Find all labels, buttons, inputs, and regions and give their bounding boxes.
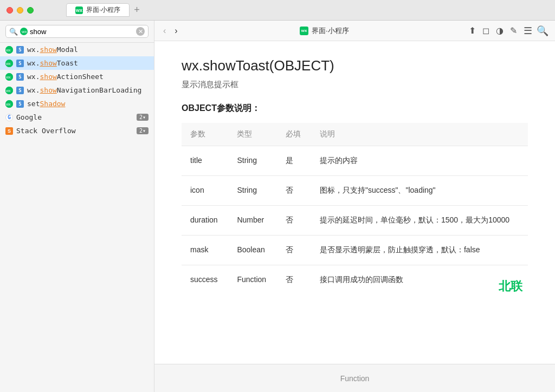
search-bar: 🔍 wx ✕ (0, 21, 154, 43)
col-header-param: 参数 (182, 123, 228, 146)
sidebar-item-label: Google (16, 113, 133, 121)
nav-title: wx 界面·小程序 (184, 26, 464, 36)
svg-text:wx: wx (21, 29, 27, 34)
wx-badge: wx (5, 46, 13, 54)
tab-label: 界面·小程序 (86, 5, 120, 15)
table-row: icon String 否 图标，只支持"success"、"loading" (182, 176, 528, 206)
cell-param: icon (182, 176, 228, 206)
cell-desc: 提示的内容 (311, 146, 528, 176)
sidebar-item-label: wx.showToast (27, 59, 149, 67)
cell-param: duration (182, 206, 228, 236)
s-badge: S (16, 60, 24, 67)
sidebar-item-stackoverflow[interactable]: S Stack Overflow 2▾ (0, 124, 154, 138)
nav-title-text: 界面·小程序 (312, 26, 349, 36)
cell-required: 否 (277, 236, 311, 265)
sidebar-item-showActionSheet[interactable]: wx S wx.showActionSheet (0, 70, 154, 83)
nav-app-icon: wx (300, 27, 308, 35)
cell-desc: 提示的延迟时间，单位毫秒，默认：1500，最大为10000 (311, 206, 528, 236)
wx-badge: wx (5, 60, 13, 67)
bookmark-icon[interactable]: ◻ (482, 25, 489, 36)
nav-bar: ‹ › wx 界面·小程序 ⬆ ◻ ◑ ✎ ☰ 🔍 (154, 21, 555, 41)
s-badge: S (16, 87, 24, 94)
hamburger-menu[interactable]: ☰ (524, 25, 532, 37)
watermark: 北联 (499, 278, 522, 295)
s-badge: S (16, 46, 24, 54)
sidebar-item-label: wx.showModal (27, 45, 149, 54)
search-icon: 🔍 (9, 28, 18, 36)
sidebar-item-label: setShadow (27, 100, 149, 108)
clear-search-button[interactable]: ✕ (136, 27, 145, 36)
col-header-desc: 说明 (311, 123, 528, 146)
function-bar: Function (154, 364, 555, 392)
cell-desc: 接口调用成功的回调函数 北联 (311, 265, 528, 295)
col-header-type: 类型 (228, 123, 277, 146)
cell-param: mask (182, 236, 228, 265)
google-badge: G (5, 114, 13, 121)
cell-type: String (228, 146, 277, 176)
cell-required: 否 (277, 265, 311, 295)
sidebar-item-google[interactable]: G Google 2▾ (0, 110, 154, 124)
table-row: success Function 否 接口调用成功的回调函数 北联 (182, 265, 528, 295)
cell-desc: 图标，只支持"success"、"loading" (311, 176, 528, 206)
display-icon[interactable]: ◑ (496, 25, 504, 36)
cell-type: Boolean (228, 236, 277, 265)
cell-required: 否 (277, 176, 311, 206)
title-bar: wx 界面·小程序 + (0, 0, 555, 21)
cell-param: title (182, 146, 228, 176)
cell-desc: 是否显示透明蒙层，防止触摸穿透，默认：false (311, 236, 528, 265)
col-header-required: 必填 (277, 123, 311, 146)
article-title: wx.showToast(OBJECT) (182, 57, 528, 74)
new-tab-button[interactable]: + (132, 4, 142, 16)
sidebar-list: wx S wx.showModal wx S wx.showToast wx S… (0, 43, 154, 138)
sidebar-item-label: Stack Overflow (16, 127, 133, 135)
cell-type: String (228, 176, 277, 206)
share-icon[interactable]: ⬆ (469, 25, 476, 36)
nav-actions: ⬆ ◻ ◑ ✎ (469, 25, 517, 36)
svg-text:wx: wx (5, 102, 11, 106)
section-title: OBJECT参数说明： (182, 103, 528, 114)
stackoverflow-badge: S (5, 127, 13, 135)
s-badge: S (16, 100, 24, 108)
cell-required: 是 (277, 146, 311, 176)
function-label: Function (340, 374, 370, 383)
close-button[interactable] (7, 7, 13, 14)
svg-text:wx: wx (5, 75, 11, 79)
sidebar-item-label: wx.showActionSheet (27, 73, 149, 81)
table-row: duration Number 否 提示的延迟时间，单位毫秒，默认：1500，最… (182, 206, 528, 236)
sidebar-item-showModal[interactable]: wx S wx.showModal (0, 43, 154, 56)
content-area: ‹ › wx 界面·小程序 ⬆ ◻ ◑ ✎ ☰ 🔍 wx.showToast(O… (154, 21, 555, 392)
forward-button[interactable]: › (172, 25, 179, 37)
svg-text:wx: wx (5, 48, 11, 52)
maximize-button[interactable] (27, 7, 34, 14)
edit-icon[interactable]: ✎ (510, 25, 517, 36)
search-input-wrap[interactable]: 🔍 wx ✕ (5, 25, 149, 38)
cell-type: Function (228, 265, 277, 295)
article-content: wx.showToast(OBJECT) 显示消息提示框 OBJECT参数说明：… (154, 41, 555, 364)
tab-main[interactable]: wx 界面·小程序 (66, 3, 130, 17)
sidebar-item-showToast[interactable]: wx S wx.showToast (0, 56, 154, 70)
back-button[interactable]: ‹ (161, 25, 168, 37)
main-container: 🔍 wx ✕ wx S wx.showModal wx (0, 21, 555, 392)
search-content-icon[interactable]: 🔍 (537, 25, 548, 37)
search-input[interactable] (30, 28, 134, 36)
cell-param: success (182, 265, 228, 295)
wx-badge: wx (5, 73, 13, 81)
tab-icon: wx (75, 6, 83, 14)
table-row: mask Boolean 否 是否显示透明蒙层，防止触摸穿透，默认：false (182, 236, 528, 265)
wx-search-badge: wx (20, 28, 28, 35)
sidebar-item-setShadow[interactable]: wx S setShadow (0, 97, 154, 110)
svg-text:wx: wx (5, 89, 11, 93)
cell-type: Number (228, 206, 277, 236)
wx-badge: wx (5, 87, 13, 94)
minimize-button[interactable] (17, 7, 23, 14)
sidebar: 🔍 wx ✕ wx S wx.showModal wx (0, 21, 154, 392)
cell-required: 否 (277, 206, 311, 236)
sidebar-item-showNavigationBarLoading[interactable]: wx S wx.showNavigationBarLoading (0, 83, 154, 97)
wx-badge: wx (5, 100, 13, 108)
sidebar-item-label: wx.showNavigationBarLoading (27, 86, 149, 94)
svg-text:wx: wx (5, 62, 11, 66)
count-badge: 2▾ (137, 114, 149, 121)
window-controls (7, 7, 34, 14)
params-table: 参数 类型 必填 说明 title String 是 提示的内容 icon (182, 123, 528, 295)
count-badge: 2▾ (137, 127, 149, 134)
